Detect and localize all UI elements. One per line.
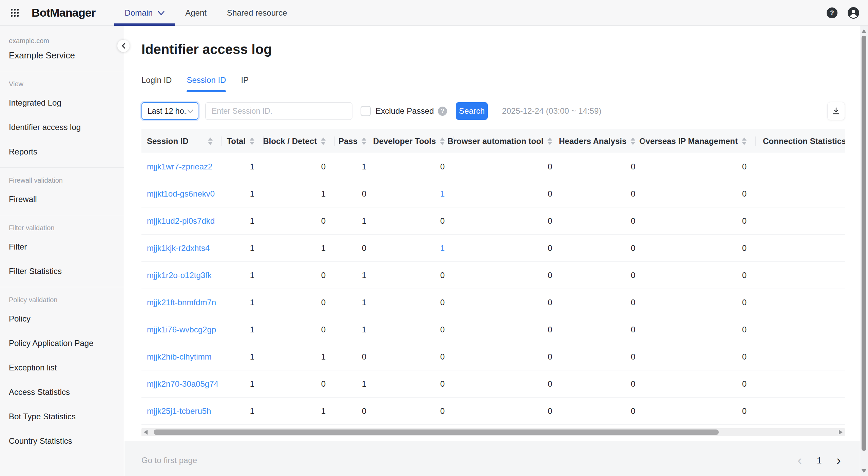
sidebar-item-filter-statistics[interactable]: Filter Statistics [0, 259, 124, 283]
cell-browser-automation-tool: 0 [454, 216, 561, 226]
sidebar-section-label: View [0, 71, 124, 91]
sidebar-item-integrated-log[interactable]: Integrated Log [0, 91, 124, 115]
cell-total: 1 [221, 379, 263, 389]
vertical-scrollbar-thumb[interactable] [862, 36, 866, 451]
tab-session-id[interactable]: Session ID [187, 75, 226, 92]
account-avatar-icon[interactable] [848, 7, 859, 19]
sidebar-item-exception-list[interactable]: Exception list [0, 355, 124, 380]
sidebar-item-reports[interactable]: Reports [0, 140, 124, 164]
sort-icon[interactable] [362, 138, 366, 145]
download-button[interactable] [827, 102, 845, 120]
previous-page-button[interactable]: ‹ [797, 454, 802, 467]
sort-icon[interactable] [208, 138, 213, 145]
cell-overseas-ip-management: 0 [644, 325, 755, 334]
horizontal-scrollbar-thumb[interactable] [154, 429, 719, 435]
cell-headers-analysis: 0 [561, 352, 644, 362]
sort-icon[interactable] [250, 138, 254, 145]
session-id-link[interactable]: mjjk1wr7-zprieaz2 [141, 162, 221, 171]
session-id-link[interactable]: mjjk1ud2-pl0s7dkd [141, 216, 221, 226]
column-header-browser-automation-tool[interactable]: Browser automation tool [454, 129, 561, 153]
nav-domain-label: Domain [124, 8, 153, 18]
sidebar-section-label: Firewall validation [0, 168, 124, 187]
search-button[interactable]: Search [456, 102, 488, 120]
cell-developer-tools: 0 [375, 352, 454, 362]
column-header-session-id[interactable]: Session ID [141, 129, 221, 153]
cell-developer-tools: 0 [375, 406, 454, 416]
tab-ip[interactable]: IP [241, 75, 249, 92]
cell-total: 1 [221, 243, 263, 253]
sidebar-item-filter[interactable]: Filter [0, 235, 124, 259]
sort-icon[interactable] [631, 138, 635, 145]
column-header-total[interactable]: Total [221, 129, 263, 153]
nav-item-agent[interactable]: Agent [175, 0, 217, 25]
column-header-developer-tools[interactable]: Developer Tools [375, 129, 454, 153]
cell-block-detect: 0 [263, 271, 334, 280]
sidebar-service-block: example.com Example Service [0, 26, 124, 71]
period-select[interactable]: Last 12 ho... [141, 102, 198, 120]
sidebar-item-policy-application-page[interactable]: Policy Application Page [0, 331, 124, 355]
sidebar-item-access-statistics[interactable]: Access Statistics [0, 380, 124, 404]
apps-grid-icon[interactable] [11, 9, 19, 17]
header-actions: ? [827, 7, 859, 19]
scroll-down-arrow-icon[interactable] [862, 469, 866, 473]
sidebar-sections: View Integrated LogIdentifier access log… [0, 71, 124, 457]
sort-icon[interactable] [547, 138, 552, 145]
go-to-first-page-link[interactable]: Go to first page [141, 456, 197, 465]
cell-developer-tools[interactable]: 1 [375, 243, 454, 253]
sort-icon[interactable] [440, 138, 445, 145]
session-id-input[interactable] [205, 102, 352, 120]
table-row: mjjk2n70-30a05g741010000 [141, 370, 845, 398]
cell-overseas-ip-management: 0 [644, 271, 755, 280]
column-header-headers-analysis[interactable]: Headers Analysis [561, 129, 644, 153]
session-id-link[interactable]: mjjk2hib-clhytimm [141, 352, 221, 362]
sidebar-item-country-statistics[interactable]: Country Statistics [0, 429, 124, 453]
vertical-scrollbar[interactable] [860, 26, 868, 476]
cell-block-detect: 1 [263, 243, 334, 253]
horizontal-scrollbar[interactable] [141, 428, 845, 436]
column-header-block-detect[interactable]: Block / Detect [263, 129, 334, 153]
table-row: mjjk1ud2-pl0s7dkd1010000 [141, 207, 845, 235]
cell-overseas-ip-management: 0 [644, 298, 755, 307]
top-nav: Domain Agent Shared resource [114, 0, 297, 25]
column-header-connection-statistics[interactable]: Connection Statistics A [755, 129, 845, 153]
next-page-button[interactable]: › [836, 454, 841, 467]
sidebar-collapse-button[interactable] [117, 40, 130, 52]
exclude-passed-help-icon[interactable]: ? [438, 107, 447, 116]
sidebar-item-policy[interactable]: Policy [0, 307, 124, 331]
cell-total: 1 [221, 216, 263, 226]
cell-pass: 1 [334, 271, 375, 280]
sort-icon[interactable] [742, 138, 747, 145]
cell-pass: 1 [334, 162, 375, 171]
chevron-down-icon [157, 11, 165, 15]
session-id-link[interactable]: mjjkt1od-gs6nekv0 [141, 189, 221, 199]
identifier-tabs: Login ID Session ID IP [141, 75, 249, 92]
scroll-up-arrow-icon[interactable] [862, 29, 866, 33]
cell-developer-tools[interactable]: 1 [375, 189, 454, 199]
session-id-link[interactable]: mjjk1i76-wvbcg2gp [141, 325, 221, 334]
session-id-link[interactable]: mjjk21ft-bnmfdm7n [141, 298, 221, 307]
help-icon[interactable]: ? [827, 7, 837, 18]
table-row: mjjk1wr7-zprieaz21010000 [141, 153, 845, 180]
session-id-link[interactable]: mjjk1kjk-r2dxhts4 [141, 243, 221, 253]
sidebar-section: Firewall validation Firewall [0, 168, 124, 215]
nav-item-domain[interactable]: Domain [114, 0, 175, 25]
sort-icon[interactable] [321, 138, 326, 145]
sidebar-domain-name: example.com [9, 37, 115, 45]
session-id-link[interactable]: mjjk2n70-30a05g74 [141, 379, 221, 389]
session-id-link[interactable]: mjjk1r2o-o12tg3fk [141, 271, 221, 280]
cell-developer-tools: 0 [375, 325, 454, 334]
sidebar-item-bot-type-statistics[interactable]: Bot Type Statistics [0, 404, 124, 429]
sidebar-service-name[interactable]: Example Service [9, 50, 115, 61]
scroll-left-arrow-icon[interactable] [144, 430, 148, 435]
table-row: mjjk1kjk-r2dxhts41101000 [141, 235, 845, 262]
sidebar-item-firewall[interactable]: Firewall [0, 187, 124, 212]
nav-item-shared-resource[interactable]: Shared resource [217, 0, 297, 25]
column-header-pass[interactable]: Pass [334, 129, 375, 153]
cell-pass: 1 [334, 325, 375, 334]
tab-login-id[interactable]: Login ID [141, 75, 172, 92]
sidebar-item-identifier-access-log[interactable]: Identifier access log [0, 115, 124, 140]
exclude-passed-checkbox[interactable] [361, 106, 371, 116]
scroll-right-arrow-icon[interactable] [839, 430, 843, 435]
session-id-link[interactable]: mjjk25j1-tcberu5h [141, 406, 221, 416]
column-header-overseas-ip-management[interactable]: Overseas IP Management [644, 129, 755, 153]
